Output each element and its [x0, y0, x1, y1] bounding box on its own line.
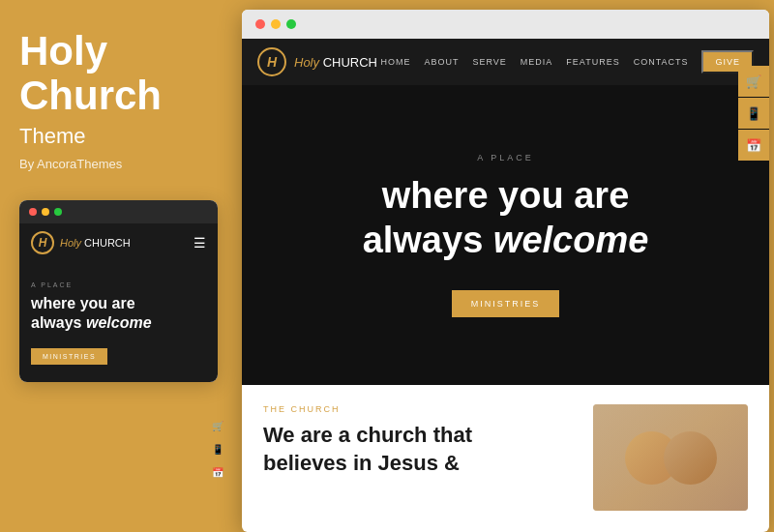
mobile-dot-yellow	[42, 208, 49, 216]
phone-icon[interactable]: 📱	[208, 439, 227, 458]
nav-media[interactable]: MEDIA	[521, 57, 553, 67]
nav-logo-area: H Holy CHURCH	[257, 47, 377, 76]
browser-dot-yellow	[271, 19, 281, 29]
browser-dot-green	[286, 19, 296, 29]
mobile-logo-icon: H	[31, 231, 54, 254]
nav-logo-text: Holy CHURCH	[294, 55, 377, 70]
mobile-topbar	[19, 200, 218, 223]
mobile-ministries-button[interactable]: MINISTRIES	[31, 348, 107, 365]
desktop-nav: H Holy CHURCH HOME ABOUT SERVE MEDIA FEA…	[242, 39, 769, 85]
mobile-logo-text: Holy CHURCH	[60, 237, 131, 249]
faces-illustration	[593, 404, 748, 511]
mobile-header: H Holy CHURCH ☰	[19, 223, 218, 262]
nav-about[interactable]: ABOUT	[424, 57, 459, 67]
hero-main-text: where you are always welcome	[363, 174, 649, 262]
theme-title: Holy Church	[19, 29, 218, 118]
theme-by: By AncoraThemes	[19, 157, 218, 171]
nav-links: HOME ABOUT SERVE MEDIA FEATURES CONTACTS…	[380, 50, 754, 74]
section-heading: We are a church that believes in Jesus &	[263, 422, 574, 477]
left-panel: Holy Church Theme By AncoraThemes H Holy…	[0, 0, 237, 532]
mobile-hero-text: where you are always welcome	[31, 294, 206, 331]
nav-features[interactable]: FEATURES	[566, 57, 619, 67]
section-label: THE CHURCH	[263, 404, 574, 414]
cart-icon[interactable]: 🛒	[208, 416, 227, 435]
mobile-hero: A PLACE where you are always welcome MIN…	[19, 262, 218, 381]
desktop-content: THE CHURCH We are a church that believes…	[242, 385, 769, 511]
nav-home[interactable]: HOME	[380, 57, 410, 67]
content-left: THE CHURCH We are a church that believes…	[263, 404, 574, 491]
browser-topbar	[242, 10, 769, 39]
desktop-hero: A PLACE where you are always welcome MIN…	[242, 85, 769, 385]
mobile-mockup: H Holy CHURCH ☰ A PLACE where you are al…	[19, 200, 218, 381]
nav-contacts[interactable]: CONTACTS	[634, 57, 689, 67]
desktop-calendar-icon[interactable]: 📅	[738, 130, 769, 161]
hamburger-icon[interactable]: ☰	[194, 235, 206, 251]
desktop-phone-icon[interactable]: 📱	[738, 98, 769, 129]
content-image	[593, 404, 748, 511]
browser-dot-red	[255, 19, 265, 29]
mobile-dot-green	[54, 208, 62, 216]
hero-ministries-button[interactable]: MINISTRIES	[452, 290, 560, 317]
hero-a-place: A PLACE	[477, 153, 534, 163]
theme-subtitle: Theme	[19, 124, 218, 149]
mobile-a-place: A PLACE	[31, 281, 206, 288]
nav-serve[interactable]: SERVE	[472, 57, 506, 67]
desktop-side-icons: 🛒 📱 📅	[738, 66, 769, 162]
mobile-dot-red	[29, 208, 37, 216]
desktop-mockup: H Holy CHURCH HOME ABOUT SERVE MEDIA FEA…	[242, 10, 769, 532]
mobile-logo-area: H Holy CHURCH	[31, 231, 131, 254]
face-2	[664, 431, 717, 485]
nav-logo-icon: H	[257, 47, 286, 76]
calendar-icon[interactable]: 📅	[208, 462, 227, 482]
mobile-side-icons: 🛒 📱 📅	[208, 416, 227, 482]
desktop-cart-icon[interactable]: 🛒	[738, 66, 769, 97]
